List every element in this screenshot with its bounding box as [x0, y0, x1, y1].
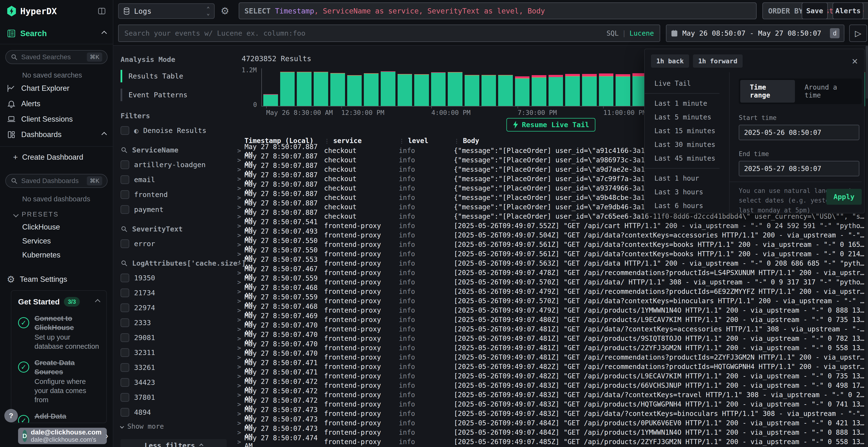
sidebar-item-search[interactable]: Search — [0, 22, 113, 44]
filter-option[interactable]: frontend — [121, 190, 227, 199]
chart-bar[interactable] — [347, 68, 362, 106]
filter-option[interactable]: payment — [121, 205, 227, 214]
filter-group-severitytext[interactable]: SeverityText — [121, 225, 227, 233]
time-preset[interactable]: Last 6 hours — [645, 199, 729, 213]
run-search-button[interactable]: ▷ — [849, 25, 867, 42]
get-started-item[interactable]: ✓ Add DataStart sending logs, metrics, o… — [18, 412, 100, 423]
sidebar-item-dashboards[interactable]: Dashboards — [0, 127, 113, 142]
start-time-input[interactable] — [739, 125, 859, 140]
chart-bar[interactable] — [414, 68, 429, 106]
chart-bar[interactable] — [364, 68, 378, 106]
sidebar-collapse-icon[interactable] — [97, 7, 106, 15]
column-resize-handle[interactable]: ⋮ — [454, 138, 460, 144]
checkbox[interactable] — [121, 393, 129, 402]
chart-bar[interactable] — [515, 68, 530, 106]
chart-bar[interactable] — [482, 68, 496, 106]
expand-row-icon[interactable]: > — [234, 166, 245, 173]
chart-bar[interactable] — [565, 68, 580, 106]
time-preset[interactable]: Last 30 minutes — [645, 138, 729, 151]
log-row[interactable]: > May 27 8:50:07.470 AM frontend-proxy i… — [234, 353, 868, 362]
saved-dashboards-input[interactable] — [21, 177, 84, 185]
saved-searches-box[interactable]: ⌘K — [5, 50, 107, 64]
expand-row-icon[interactable]: > — [234, 335, 245, 342]
expand-row-icon[interactable]: > — [234, 382, 245, 389]
saved-searches-input[interactable] — [21, 53, 84, 61]
filter-option[interactable]: 33261 — [121, 363, 227, 372]
column-header-service[interactable]: ⋮service — [324, 137, 399, 145]
expand-row-icon[interactable]: > — [234, 241, 245, 248]
checkbox[interactable] — [121, 274, 129, 282]
expand-row-icon[interactable]: > — [234, 279, 245, 286]
expand-row-icon[interactable]: > — [234, 410, 245, 417]
chart-bar[interactable] — [398, 68, 412, 106]
column-resize-handle[interactable]: ⋮ — [399, 138, 405, 144]
expand-row-icon[interactable]: > — [234, 307, 245, 314]
save-button[interactable]: Save — [802, 2, 828, 19]
show-more-link[interactable]: Show more — [121, 422, 227, 431]
expand-row-icon[interactable]: > — [234, 232, 245, 239]
column-resize-handle[interactable]: ⋮ — [324, 138, 330, 144]
log-row[interactable]: > May 27 8:50:07.470 AM frontend-proxy i… — [234, 343, 868, 353]
expand-row-icon[interactable]: > — [234, 344, 245, 352]
checkbox[interactable] — [121, 333, 129, 342]
checkbox[interactable] — [121, 126, 129, 135]
log-row[interactable]: > May 27 8:50:07.470 AM frontend-proxy i… — [234, 334, 868, 343]
log-row[interactable]: > May 27 8:50:07.468 AM frontend-proxy i… — [234, 287, 868, 296]
filter-option[interactable]: 19350 — [121, 274, 227, 282]
checkbox[interactable] — [121, 161, 129, 169]
sidebar-item-chart-explorer[interactable]: Chart Explorer — [0, 81, 113, 96]
time-preset[interactable]: Last 12 hours — [645, 213, 729, 213]
time-preset[interactable]: Last 3 hours — [645, 185, 729, 199]
less-filters-button[interactable]: Less filters — [121, 439, 227, 447]
log-row[interactable]: > May 27 8:50:07.550 AM frontend-proxy i… — [234, 249, 868, 259]
log-row[interactable]: > May 27 8:50:07.471 AM frontend-proxy i… — [234, 371, 868, 381]
expand-row-icon[interactable]: > — [234, 363, 245, 370]
expand-row-icon[interactable]: > — [234, 325, 245, 333]
alerts-button[interactable]: Alerts — [833, 2, 863, 19]
expand-row-icon[interactable]: > — [234, 429, 245, 436]
sidebar-item-team-settings[interactable]: ⚙ Team Settings — [0, 265, 113, 294]
chart-bar[interactable] — [330, 68, 345, 106]
chart-bar[interactable] — [599, 68, 614, 106]
chart-bar[interactable] — [297, 68, 311, 106]
checkbox[interactable] — [121, 288, 129, 297]
filter-group-cache-size[interactable]: LogAttributes['cache.size'] — [121, 259, 227, 267]
event-search-box[interactable]: SQL | Lucene — [118, 25, 660, 42]
user-menu[interactable]: D dale@clickhouse.com dale@clickhouse.co… — [18, 428, 107, 444]
date-range-picker[interactable]: d — [666, 25, 844, 42]
filter-option[interactable]: 22974 — [121, 304, 227, 312]
expand-row-icon[interactable]: > — [234, 222, 245, 230]
checkbox[interactable] — [121, 304, 129, 312]
source-settings-gear-icon[interactable]: ⚙ — [221, 5, 229, 16]
expand-row-icon[interactable]: > — [234, 401, 245, 408]
analysis-mode-option[interactable]: Event Patterns — [121, 89, 227, 101]
checkbox[interactable] — [121, 239, 129, 248]
expand-row-icon[interactable]: > — [234, 213, 245, 220]
tab-time-range[interactable]: Time range — [740, 80, 795, 103]
filter-option[interactable]: 37801 — [121, 393, 227, 402]
chart-bar[interactable] — [532, 68, 546, 106]
log-row[interactable]: > May 27 8:50:07.473 AM frontend-proxy i… — [234, 428, 868, 437]
checkbox[interactable] — [121, 348, 129, 357]
expand-row-icon[interactable]: > — [234, 204, 245, 211]
log-row[interactable]: > May 27 8:50:07.472 AM frontend-proxy i… — [234, 390, 868, 400]
expand-row-icon[interactable]: > — [234, 269, 245, 276]
chart-bar[interactable] — [381, 68, 396, 106]
expand-row-icon[interactable]: > — [234, 175, 245, 182]
preset-dashboard-link[interactable]: ClickHouse — [0, 220, 113, 234]
search-input[interactable] — [124, 29, 607, 37]
log-row[interactable]: > May 27 8:50:07.473 AM frontend-proxy i… — [234, 409, 868, 418]
expand-row-icon[interactable]: > — [234, 373, 245, 380]
date-range-input[interactable] — [682, 29, 826, 37]
preset-dashboard-link[interactable]: Services — [0, 234, 113, 248]
end-time-input[interactable] — [739, 161, 859, 176]
sidebar-item-alerts[interactable]: Alerts — [0, 96, 113, 111]
time-preset[interactable]: Last 5 minutes — [645, 110, 729, 124]
log-row[interactable]: > May 27 8:50:07.553 AM frontend-proxy i… — [234, 259, 868, 268]
shift-forward-button[interactable]: 1h forward — [693, 55, 743, 68]
chevron-up-icon[interactable] — [95, 299, 100, 305]
expand-row-icon[interactable]: > — [234, 250, 245, 258]
time-preset[interactable]: Last 1 minute — [645, 97, 729, 110]
log-row[interactable]: > May 27 8:50:07.469 AM frontend-proxy i… — [234, 315, 868, 324]
filter-option[interactable]: artillery-loadgen — [121, 161, 227, 169]
